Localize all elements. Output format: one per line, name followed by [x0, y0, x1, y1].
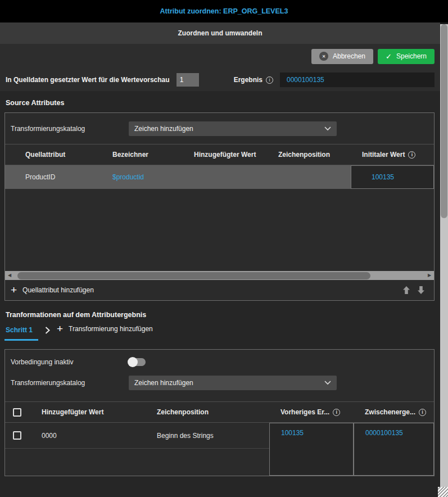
info-icon[interactable]: i	[408, 151, 415, 159]
column-header-inititaler-wert: Inititaler Wert i	[351, 144, 434, 165]
vertical-scrollbar-thumb[interactable]	[441, 24, 447, 218]
move-up-icon[interactable]	[402, 286, 410, 295]
column-header-bezeichner: Bezeichner	[92, 144, 174, 165]
source-attributes-panel: Transformierungskatalog Zeichen hinzufüg…	[4, 112, 435, 301]
chevron-down-icon	[324, 381, 331, 385]
cell-zwischenergebnis: 0000100135	[354, 423, 434, 476]
tab-schritt-1-label: Schritt 1	[6, 326, 33, 334]
column-header-zeichenposition: Zeichenposition	[258, 144, 351, 165]
horizontal-scrollbar[interactable]: ◀ ▶	[5, 271, 434, 280]
source-catalog-selected-option: Zeichen hinzufügen	[134, 125, 193, 133]
result-value-field: 0000100135	[280, 73, 435, 87]
column-header-zwischenergebnis: Zwischenerge... i	[354, 402, 434, 422]
transformation-step-panel: Vorbedingung inaktiv Transformierungskat…	[4, 349, 435, 476]
scroll-left-arrow-icon[interactable]: ◀	[5, 271, 14, 280]
vertical-scrollbar[interactable]	[440, 22, 448, 497]
select-all-cell	[5, 402, 33, 422]
add-transformation-label: Transformierung hinzufügen	[69, 325, 153, 333]
chevron-down-icon	[324, 126, 331, 131]
row-select-cell	[5, 423, 33, 449]
cell-zeichenposition: Beginn des Strings	[148, 423, 269, 449]
info-icon[interactable]: i	[333, 409, 340, 416]
cell-quellattribut: ProductID	[5, 165, 92, 189]
precondition-row: Vorbedingung inaktiv	[5, 350, 434, 367]
preview-source-label: In Quelldaten gesetzter Wert für die Wer…	[6, 76, 170, 84]
preview-value-input[interactable]	[177, 73, 199, 87]
result-label-group: Ergebnis i	[234, 76, 273, 84]
cell-bezeichner: $productid	[92, 165, 174, 189]
cancel-button[interactable]: ✕ Abbrechen	[311, 49, 373, 64]
transformations-title: Tranformationen auf dem Attributergebnis	[6, 311, 440, 319]
cancel-button-label: Abbrechen	[333, 52, 365, 60]
source-table-empty-area	[5, 189, 434, 271]
window-titlebar: Attribut zuordnen: ERP_ORG_LEVEL3	[0, 0, 448, 22]
source-catalog-row: Transformierungskatalog Zeichen hinzufüg…	[5, 113, 434, 144]
info-icon[interactable]: i	[266, 76, 273, 84]
dialog-subtitle-bar: Zuordnen und umwandeln	[0, 22, 440, 44]
cell-zeichenposition	[258, 165, 351, 189]
save-button-label: Speichern	[396, 52, 427, 60]
add-source-attribute-label: Quellattribut hinzufügen	[22, 286, 94, 294]
window-title: Attribut zuordnen: ERP_ORG_LEVEL3	[160, 7, 288, 15]
transform-table-row[interactable]: 0000 Beginn des Strings 100135 000010013…	[5, 423, 434, 476]
dialog-content: Zuordnen und umwandeln ✕ Abbrechen ✓ Spe…	[0, 22, 440, 497]
circle-x-icon: ✕	[319, 52, 328, 61]
precondition-label: Vorbedingung inaktiv	[11, 358, 129, 366]
transform-steps-tabs: Schritt 1 + Transformierung hinzufügen	[4, 324, 435, 342]
check-icon: ✓	[386, 52, 392, 61]
column-header-vorheriges-ergebnis: Vorheriges Er... i	[269, 402, 354, 422]
attribute-mapping-window: Attribut zuordnen: ERP_ORG_LEVEL3 Zuordn…	[0, 0, 448, 497]
precondition-toggle[interactable]	[129, 358, 146, 366]
info-icon[interactable]: i	[419, 409, 426, 416]
dialog-subtitle: Zuordnen und umwandeln	[178, 29, 263, 37]
transform-catalog-select[interactable]: Zeichen hinzufügen	[129, 376, 337, 390]
source-table-row[interactable]: ProductID $productid 100135	[5, 165, 434, 189]
window-resize-grip[interactable]	[438, 487, 448, 497]
source-attributes-title: Source Attributes	[6, 99, 440, 107]
horizontal-scrollbar-thumb[interactable]	[17, 272, 370, 279]
transform-catalog-label: Transformierungskatalog	[11, 379, 129, 387]
plus-icon: +	[57, 325, 63, 333]
cell-hinzugefuegter-wert	[174, 165, 258, 189]
row-checkbox[interactable]	[13, 431, 21, 440]
column-header-hinzugefuegter-wert: Hinzugefügter Wert	[174, 144, 258, 165]
source-panel-footer: + Quellattribut hinzufügen	[5, 280, 434, 300]
transform-catalog-row: Transformierungskatalog Zeichen hinzufüg…	[5, 367, 434, 398]
transform-catalog-selected-option: Zeichen hinzufügen	[134, 379, 193, 387]
result-label: Ergebnis	[234, 76, 263, 84]
row-order-controls	[402, 286, 425, 295]
save-button[interactable]: ✓ Speichern	[378, 49, 435, 64]
source-catalog-label: Transformierungskatalog	[11, 125, 129, 133]
transform-table-header: Hinzugefügter Wert Zeichenposition Vorhe…	[5, 401, 434, 423]
column-header-hinzugefuegter-wert: Hinzugefügter Wert	[33, 402, 148, 422]
source-catalog-select[interactable]: Zeichen hinzufügen	[129, 121, 337, 136]
tab-schritt-1[interactable]: Schritt 1	[4, 324, 38, 341]
column-header-quellattribut: Quellattribut	[5, 144, 92, 165]
chevron-right-icon	[45, 327, 50, 334]
cell-hinzugefuegter-wert: 0000	[33, 423, 148, 449]
select-all-checkbox[interactable]	[13, 408, 21, 417]
toggle-knob	[128, 357, 138, 367]
cell-inititaler-wert: 100135	[351, 165, 434, 189]
scroll-right-arrow-icon[interactable]: ▶	[425, 271, 434, 280]
value-preview-row: In Quelldaten gesetzter Wert für die Wer…	[0, 69, 440, 91]
add-transformation-button[interactable]: + Transformierung hinzufügen	[57, 325, 153, 333]
source-table-header: Quellattribut Bezeichner Hinzugefügter W…	[5, 144, 434, 165]
add-source-attribute-button[interactable]: + Quellattribut hinzufügen	[11, 286, 94, 294]
move-down-icon[interactable]	[417, 286, 425, 295]
plus-icon: +	[11, 286, 17, 294]
column-header-zeichenposition: Zeichenposition	[148, 402, 269, 422]
action-toolbar: ✕ Abbrechen ✓ Speichern	[0, 44, 440, 69]
cell-vorheriges-ergebnis: 100135	[269, 423, 354, 476]
